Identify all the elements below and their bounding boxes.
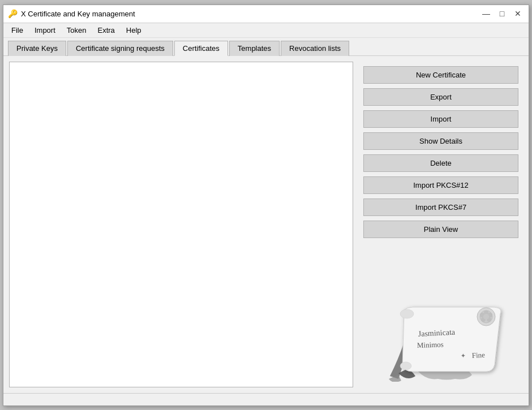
show-details-button[interactable]: Show Details bbox=[363, 132, 518, 150]
tab-templates[interactable]: Templates bbox=[229, 41, 280, 56]
svg-point-0 bbox=[400, 309, 414, 318]
actions-panel: New Certificate Export Import Show Detai… bbox=[359, 62, 523, 387]
certificate-illustration: Jasminicata Minimos Fine ✦ bbox=[359, 238, 523, 387]
svg-text:Minimos: Minimos bbox=[417, 340, 444, 349]
import-button[interactable]: Import bbox=[363, 110, 518, 128]
svg-text:Fine: Fine bbox=[471, 350, 485, 359]
delete-button[interactable]: Delete bbox=[363, 154, 518, 172]
menu-help[interactable]: Help bbox=[121, 24, 147, 36]
import-pkcs12-button[interactable]: Import PKCS#12 bbox=[363, 176, 518, 194]
menu-bar: File Import Token Extra Help bbox=[3, 23, 529, 38]
tab-revocation[interactable]: Revocation lists bbox=[281, 41, 349, 56]
certificate-list-panel bbox=[9, 62, 353, 387]
import-pkcs7-button[interactable]: Import PKCS#7 bbox=[363, 198, 518, 216]
title-bar-controls: — □ ✕ bbox=[480, 7, 524, 20]
svg-text:✦: ✦ bbox=[460, 352, 466, 359]
title-bar-left: 🔑 X Certificate and Key management bbox=[8, 9, 135, 18]
tab-certificates[interactable]: Certificates bbox=[174, 41, 228, 56]
actions-buttons: New Certificate Export Import Show Detai… bbox=[359, 62, 523, 238]
menu-extra[interactable]: Extra bbox=[92, 24, 121, 36]
menu-token[interactable]: Token bbox=[61, 24, 92, 36]
tabs-bar: Private Keys Certificate signing request… bbox=[3, 38, 529, 56]
cert-svg: Jasminicata Minimos Fine ✦ bbox=[373, 297, 509, 382]
svg-point-1 bbox=[400, 362, 411, 370]
status-bar bbox=[3, 393, 529, 405]
svg-point-9 bbox=[483, 314, 489, 320]
minimize-button[interactable]: — bbox=[480, 7, 492, 20]
app-icon: 🔑 bbox=[8, 9, 18, 18]
plain-view-button[interactable]: Plain View bbox=[363, 221, 518, 238]
title-bar: 🔑 X Certificate and Key management — □ ✕ bbox=[3, 5, 529, 23]
main-content: New Certificate Export Import Show Detai… bbox=[3, 56, 529, 393]
menu-import[interactable]: Import bbox=[29, 24, 61, 36]
close-button[interactable]: ✕ bbox=[512, 7, 524, 20]
export-button[interactable]: Export bbox=[363, 88, 518, 106]
tab-csr[interactable]: Certificate signing requests bbox=[67, 41, 173, 56]
new-certificate-button[interactable]: New Certificate bbox=[363, 66, 518, 84]
menu-file[interactable]: File bbox=[6, 24, 29, 36]
tab-private-keys[interactable]: Private Keys bbox=[8, 41, 66, 56]
maximize-button[interactable]: □ bbox=[496, 7, 508, 20]
window-title: X Certificate and Key management bbox=[21, 10, 135, 18]
main-window: 🔑 X Certificate and Key management — □ ✕… bbox=[3, 5, 529, 406]
